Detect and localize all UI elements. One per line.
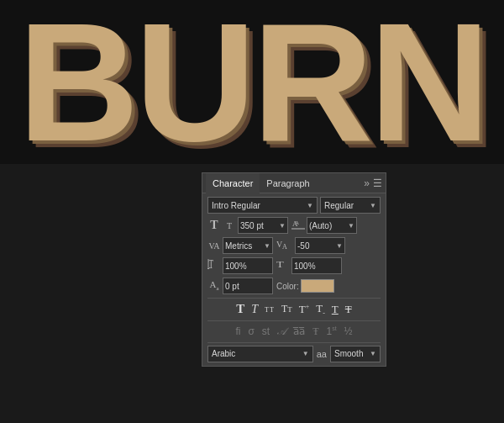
language-dropdown[interactable]: Arabic ▼: [207, 346, 313, 362]
horizontal-scale-group: T 100%: [276, 257, 342, 274]
leading-icon: AA: [291, 218, 305, 233]
svg-text:A: A: [282, 243, 287, 251]
svg-text:T: T: [208, 257, 213, 271]
aa-label: aa: [317, 349, 327, 359]
font-size-small-icon: T: [223, 221, 236, 230]
horizontal-scale-input[interactable]: 100%: [291, 257, 342, 274]
kerning-row: VA Metrics ▼ VA -50 ▼: [207, 237, 381, 254]
font-style-dropdown[interactable]: Regular ▼: [320, 197, 381, 214]
canvas-area: BURN: [0, 0, 504, 164]
font-row: Intro Regular ▼ Regular ▼: [207, 197, 381, 214]
color-swatch[interactable]: [301, 279, 334, 293]
bottom-row: Arabic ▼ aa Smooth ▼: [207, 342, 381, 362]
fraction-btn[interactable]: ½: [342, 325, 355, 338]
italic-type-btn[interactable]: T: [249, 302, 260, 317]
size-group: T T 350 pt ▼: [207, 217, 288, 234]
tab-paragraph[interactable]: Paragraph: [260, 173, 316, 193]
smallcaps-type-btn[interactable]: TT: [279, 302, 295, 316]
double-arrow-icon[interactable]: »: [364, 177, 370, 189]
kerning-input[interactable]: -50 ▼: [295, 237, 345, 254]
bold-type-btn[interactable]: T: [234, 301, 247, 317]
antialiasing-dropdown[interactable]: Smooth ▼: [330, 346, 381, 362]
baseline-icon: Aa: [207, 279, 221, 292]
tracking-group: VA Metrics ▼: [207, 237, 273, 254]
baseline-input[interactable]: 0 pt: [223, 278, 273, 294]
tracking-dropdown[interactable]: Metrics ▼: [223, 237, 273, 254]
strikethrough-type-btn[interactable]: T: [343, 302, 354, 317]
font-name-arrow: ▼: [307, 202, 313, 209]
subscript-type-btn[interactable]: T-: [313, 301, 328, 318]
panel-tab-bar: Character Paragraph » ☰: [202, 173, 386, 193]
burn-text: BURN: [18, 0, 486, 164]
fi-ligature-btn[interactable]: fi: [233, 325, 243, 338]
size-leading-row: T T 350 pt ▼ AA (Auto) ▼: [207, 217, 381, 234]
svg-text:T: T: [276, 261, 284, 270]
allcaps-type-btn[interactable]: TT: [262, 302, 277, 316]
vertical-scale-icon: T: [207, 257, 221, 274]
leading-group: AA (Auto) ▼: [291, 217, 357, 234]
va-small-icon: VA: [276, 238, 293, 253]
menu-icon[interactable]: ☰: [373, 177, 382, 189]
color-group: Color:: [276, 279, 334, 293]
leading-input[interactable]: (Auto) ▼: [307, 217, 357, 234]
sigma-btn[interactable]: σ: [245, 325, 256, 338]
svg-text:A: A: [295, 219, 299, 226]
aa-bar-btn[interactable]: a̅a̅: [291, 325, 307, 338]
tab-character[interactable]: Character: [206, 173, 260, 193]
font-style-arrow: ▼: [370, 202, 376, 209]
underline-type-btn[interactable]: T: [329, 302, 341, 317]
ligatures-row: fi σ st 𝒜 a̅a̅ Ŧ 1st ½: [207, 325, 381, 339]
va-icon: VA: [207, 241, 221, 251]
t-bar-btn[interactable]: Ŧ: [310, 325, 321, 339]
st-ligature-btn[interactable]: st: [260, 325, 272, 338]
font-name-dropdown[interactable]: Intro Regular ▼: [207, 197, 318, 214]
panel-tab-icons: » ☰: [364, 177, 382, 189]
horizontal-scale-icon: T: [276, 258, 290, 273]
scale-row: T 100% T 100%: [207, 257, 381, 274]
vertical-scale-input[interactable]: 100%: [223, 257, 273, 274]
font-size-icon: T: [207, 219, 221, 232]
baseline-group: Aa 0 pt: [207, 278, 273, 294]
vertical-scale-group: T 100%: [207, 257, 273, 274]
ordinal-btn[interactable]: 1st: [323, 325, 339, 338]
font-size-input[interactable]: 350 pt ▼: [238, 217, 288, 234]
lower-area: Character Paragraph » ☰ Intro Regular ▼ …: [0, 164, 504, 423]
script-a-btn[interactable]: 𝒜: [275, 325, 288, 338]
panel-content: Intro Regular ▼ Regular ▼ T T 350 pt ▼: [202, 193, 386, 366]
color-label: Color:: [276, 282, 299, 291]
superscript-type-btn[interactable]: T+: [297, 302, 312, 317]
type-buttons-row: T T TT TT T+ T- T T: [207, 298, 381, 321]
character-panel: Character Paragraph » ☰ Intro Regular ▼ …: [202, 172, 386, 367]
baseline-color-row: Aa 0 pt Color:: [207, 278, 381, 294]
kerning-group: VA -50 ▼: [276, 237, 345, 254]
